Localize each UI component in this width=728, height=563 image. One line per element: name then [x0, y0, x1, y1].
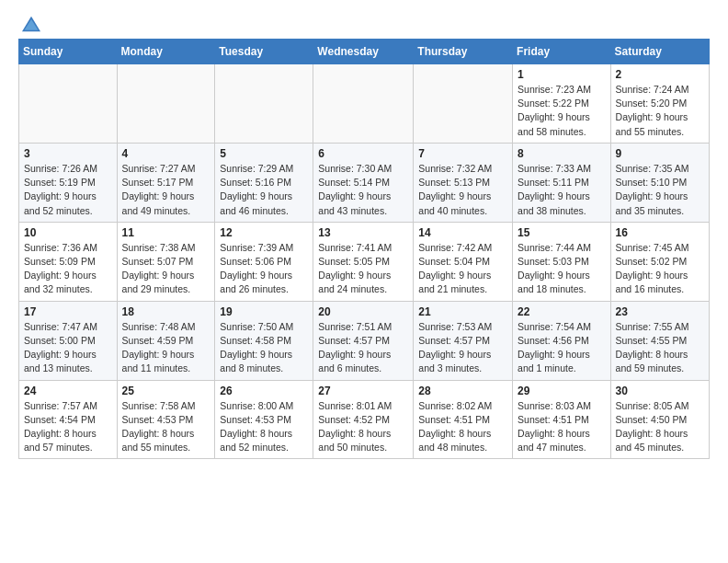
- day-cell: 5Sunrise: 7:29 AM Sunset: 5:16 PM Daylig…: [215, 143, 313, 222]
- day-cell: 24Sunrise: 7:57 AM Sunset: 4:54 PM Dayli…: [19, 380, 118, 459]
- day-info: Sunrise: 8:00 AM Sunset: 4:53 PM Dayligh…: [220, 399, 308, 455]
- day-cell: 27Sunrise: 8:01 AM Sunset: 4:52 PM Dayli…: [313, 380, 414, 459]
- weekday-tuesday: Tuesday: [215, 40, 313, 64]
- day-info: Sunrise: 7:51 AM Sunset: 4:57 PM Dayligh…: [318, 320, 408, 376]
- day-info: Sunrise: 7:47 AM Sunset: 5:00 PM Dayligh…: [24, 320, 112, 376]
- day-info: Sunrise: 7:42 AM Sunset: 5:04 PM Dayligh…: [418, 241, 507, 297]
- day-cell: 25Sunrise: 7:58 AM Sunset: 4:53 PM Dayli…: [117, 380, 215, 459]
- day-cell: [19, 64, 118, 144]
- week-row-4: 17Sunrise: 7:47 AM Sunset: 5:00 PM Dayli…: [19, 301, 710, 380]
- day-cell: 29Sunrise: 8:03 AM Sunset: 4:51 PM Dayli…: [513, 380, 611, 459]
- day-cell: 19Sunrise: 7:50 AM Sunset: 4:58 PM Dayli…: [215, 301, 313, 380]
- day-cell: 18Sunrise: 7:48 AM Sunset: 4:59 PM Dayli…: [117, 301, 215, 380]
- day-number: 4: [122, 147, 210, 160]
- day-cell: 14Sunrise: 7:42 AM Sunset: 5:04 PM Dayli…: [414, 222, 513, 301]
- day-info: Sunrise: 8:02 AM Sunset: 4:51 PM Dayligh…: [418, 399, 507, 455]
- day-cell: 12Sunrise: 7:39 AM Sunset: 5:06 PM Dayli…: [215, 222, 313, 301]
- weekday-friday: Friday: [513, 40, 611, 64]
- day-number: 30: [616, 385, 704, 397]
- week-row-3: 10Sunrise: 7:36 AM Sunset: 5:09 PM Dayli…: [19, 222, 710, 301]
- day-cell: 9Sunrise: 7:35 AM Sunset: 5:10 PM Daylig…: [610, 143, 709, 222]
- day-info: Sunrise: 7:33 AM Sunset: 5:11 PM Dayligh…: [518, 162, 606, 218]
- day-number: 6: [318, 147, 408, 160]
- day-cell: 7Sunrise: 7:32 AM Sunset: 5:13 PM Daylig…: [414, 143, 513, 222]
- day-number: 11: [122, 226, 210, 239]
- day-number: 12: [220, 226, 308, 239]
- week-row-1: 1Sunrise: 7:23 AM Sunset: 5:22 PM Daylig…: [19, 64, 710, 144]
- day-number: 1: [518, 68, 606, 81]
- day-info: Sunrise: 7:39 AM Sunset: 5:06 PM Dayligh…: [220, 241, 308, 297]
- day-cell: 23Sunrise: 7:55 AM Sunset: 4:55 PM Dayli…: [610, 301, 709, 380]
- day-number: 13: [318, 226, 408, 239]
- day-info: Sunrise: 7:57 AM Sunset: 4:54 PM Dayligh…: [24, 399, 112, 455]
- day-cell: 11Sunrise: 7:38 AM Sunset: 5:07 PM Dayli…: [117, 222, 215, 301]
- day-number: 3: [24, 147, 112, 160]
- weekday-header-row: SundayMondayTuesdayWednesdayThursdayFrid…: [19, 40, 710, 64]
- day-cell: 2Sunrise: 7:24 AM Sunset: 5:20 PM Daylig…: [610, 64, 709, 144]
- day-number: 17: [24, 305, 112, 318]
- day-info: Sunrise: 7:32 AM Sunset: 5:13 PM Dayligh…: [418, 162, 507, 218]
- day-info: Sunrise: 7:38 AM Sunset: 5:07 PM Dayligh…: [122, 241, 210, 297]
- day-cell: [215, 64, 313, 144]
- day-cell: 21Sunrise: 7:53 AM Sunset: 4:57 PM Dayli…: [414, 301, 513, 380]
- day-cell: 8Sunrise: 7:33 AM Sunset: 5:11 PM Daylig…: [513, 143, 611, 222]
- day-number: 21: [418, 305, 507, 318]
- day-cell: 16Sunrise: 7:45 AM Sunset: 5:02 PM Dayli…: [610, 222, 709, 301]
- day-info: Sunrise: 7:45 AM Sunset: 5:02 PM Dayligh…: [616, 241, 704, 297]
- day-cell: [117, 64, 215, 144]
- header: [18, 15, 710, 29]
- logo-icon: [22, 15, 40, 33]
- day-info: Sunrise: 7:23 AM Sunset: 5:22 PM Dayligh…: [518, 83, 606, 139]
- day-number: 25: [122, 385, 210, 397]
- day-number: 15: [518, 226, 606, 239]
- day-number: 18: [122, 305, 210, 318]
- day-number: 9: [616, 147, 704, 160]
- day-cell: 10Sunrise: 7:36 AM Sunset: 5:09 PM Dayli…: [19, 222, 118, 301]
- day-info: Sunrise: 7:53 AM Sunset: 4:57 PM Dayligh…: [418, 320, 507, 376]
- day-cell: 13Sunrise: 7:41 AM Sunset: 5:05 PM Dayli…: [313, 222, 414, 301]
- day-info: Sunrise: 8:03 AM Sunset: 4:51 PM Dayligh…: [518, 399, 606, 455]
- day-number: 2: [616, 68, 704, 81]
- weekday-wednesday: Wednesday: [313, 40, 414, 64]
- day-number: 27: [318, 385, 408, 397]
- day-info: Sunrise: 7:30 AM Sunset: 5:14 PM Dayligh…: [318, 162, 408, 218]
- day-number: 10: [24, 226, 112, 239]
- day-info: Sunrise: 7:41 AM Sunset: 5:05 PM Dayligh…: [318, 241, 408, 297]
- day-number: 26: [220, 385, 308, 397]
- day-info: Sunrise: 7:48 AM Sunset: 4:59 PM Dayligh…: [122, 320, 210, 376]
- week-row-5: 24Sunrise: 7:57 AM Sunset: 4:54 PM Dayli…: [19, 380, 710, 459]
- day-info: Sunrise: 7:55 AM Sunset: 4:55 PM Dayligh…: [616, 320, 704, 376]
- day-number: 14: [418, 226, 507, 239]
- day-cell: 22Sunrise: 7:54 AM Sunset: 4:56 PM Dayli…: [513, 301, 611, 380]
- day-cell: 3Sunrise: 7:26 AM Sunset: 5:19 PM Daylig…: [19, 143, 118, 222]
- day-number: 24: [24, 385, 112, 397]
- calendar-table: SundayMondayTuesdayWednesdayThursdayFrid…: [18, 39, 710, 459]
- day-number: 22: [518, 305, 606, 318]
- day-info: Sunrise: 7:26 AM Sunset: 5:19 PM Dayligh…: [24, 162, 112, 218]
- day-info: Sunrise: 7:44 AM Sunset: 5:03 PM Dayligh…: [518, 241, 606, 297]
- weekday-saturday: Saturday: [610, 40, 709, 64]
- day-cell: 6Sunrise: 7:30 AM Sunset: 5:14 PM Daylig…: [313, 143, 414, 222]
- day-cell: 1Sunrise: 7:23 AM Sunset: 5:22 PM Daylig…: [513, 64, 611, 144]
- day-number: 7: [418, 147, 507, 160]
- day-cell: 17Sunrise: 7:47 AM Sunset: 5:00 PM Dayli…: [19, 301, 118, 380]
- day-info: Sunrise: 7:27 AM Sunset: 5:17 PM Dayligh…: [122, 162, 210, 218]
- day-number: 28: [418, 385, 507, 397]
- day-number: 5: [220, 147, 308, 160]
- day-number: 16: [616, 226, 704, 239]
- logo: [18, 15, 40, 29]
- day-number: 19: [220, 305, 308, 318]
- week-row-2: 3Sunrise: 7:26 AM Sunset: 5:19 PM Daylig…: [19, 143, 710, 222]
- day-info: Sunrise: 7:24 AM Sunset: 5:20 PM Dayligh…: [616, 83, 704, 139]
- day-cell: [414, 64, 513, 144]
- weekday-monday: Monday: [117, 40, 215, 64]
- day-cell: 20Sunrise: 7:51 AM Sunset: 4:57 PM Dayli…: [313, 301, 414, 380]
- weekday-sunday: Sunday: [19, 40, 118, 64]
- day-info: Sunrise: 7:54 AM Sunset: 4:56 PM Dayligh…: [518, 320, 606, 376]
- day-info: Sunrise: 7:36 AM Sunset: 5:09 PM Dayligh…: [24, 241, 112, 297]
- day-number: 23: [616, 305, 704, 318]
- day-number: 8: [518, 147, 606, 160]
- day-cell: 28Sunrise: 8:02 AM Sunset: 4:51 PM Dayli…: [414, 380, 513, 459]
- day-cell: 30Sunrise: 8:05 AM Sunset: 4:50 PM Dayli…: [610, 380, 709, 459]
- day-info: Sunrise: 7:35 AM Sunset: 5:10 PM Dayligh…: [616, 162, 704, 218]
